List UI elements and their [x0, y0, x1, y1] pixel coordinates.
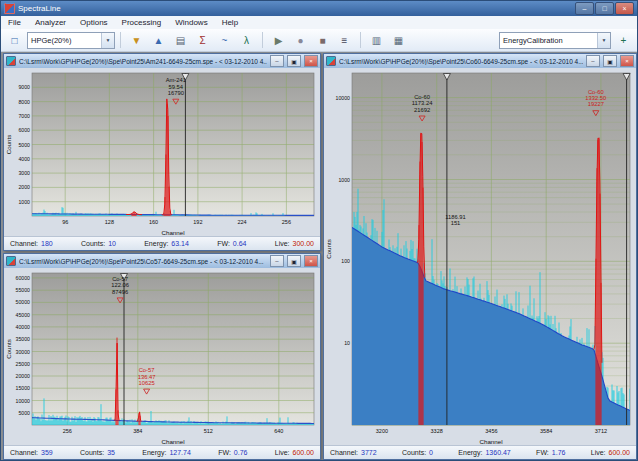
svg-text:96: 96: [62, 219, 68, 225]
detector-combo[interactable]: HPGe(20%) ▼: [27, 32, 115, 49]
status-fw-value: 0.64: [233, 240, 247, 247]
svg-text:1332.50: 1332.50: [585, 95, 606, 101]
svg-text:384: 384: [133, 428, 142, 434]
svg-text:6000: 6000: [18, 127, 30, 133]
child-restore-button[interactable]: ▣: [603, 55, 617, 67]
titlebar[interactable]: SpectraLine – □ ×: [1, 1, 637, 16]
menu-item-help[interactable]: Help: [215, 16, 245, 29]
svg-text:192: 192: [193, 219, 202, 225]
child-restore-button[interactable]: ▣: [287, 255, 301, 267]
plot-area: Co-57122.0687496Co-57136.471062525638451…: [4, 268, 320, 446]
status-fw-value: 0.76: [234, 449, 248, 456]
status-fw-label: FW:: [536, 449, 549, 456]
plot-area: Am-24159.5416790961281601922242561000200…: [4, 68, 320, 237]
svg-text:1000: 1000: [338, 177, 350, 183]
open-spectrum-button[interactable]: ▼: [126, 30, 147, 51]
status-counts-label: Counts:: [402, 449, 426, 456]
calibration-combo[interactable]: EnergyCalibration ▼: [499, 32, 611, 49]
svg-text:20000: 20000: [16, 373, 31, 379]
status-bar: Channel:3772 Counts:0 Energy:1360.47 FW:…: [324, 445, 636, 459]
maximize-button[interactable]: □: [595, 2, 614, 15]
status-fw-label: FW:: [217, 240, 230, 247]
svg-text:10000: 10000: [16, 398, 31, 404]
svg-text:25000: 25000: [16, 361, 31, 367]
spectrum-window-co57[interactable]: C:\Lsrm\Work\GP\HPGe(20%)\Spe\Point25\Co…: [3, 253, 321, 460]
add-calibration-button[interactable]: +: [613, 30, 634, 51]
report-button[interactable]: ▥: [366, 30, 387, 51]
svg-text:1186.91: 1186.91: [445, 214, 466, 220]
child-close-button[interactable]: ×: [620, 55, 634, 67]
child-close-button[interactable]: ×: [304, 55, 318, 67]
start-acquisition-button[interactable]: ▶: [268, 30, 289, 51]
spectrum-file-icon: [6, 56, 16, 66]
status-channel-value: 180: [41, 240, 53, 247]
svg-text:160: 160: [149, 219, 158, 225]
child-titlebar[interactable]: C:\Lsrm\Work\GP\HPGe(20%)\Spe\Point25\Co…: [324, 54, 636, 68]
print-button[interactable]: ▤: [170, 30, 191, 51]
spectrum-chart[interactable]: Co-57122.0687496Co-57136.471062525638451…: [4, 268, 320, 446]
spectrum-window-am241[interactable]: C:\Lsrm\Work\GP\HPGe(20%)\Spe\Point25\Am…: [3, 53, 321, 251]
minimize-button[interactable]: –: [575, 2, 594, 15]
svg-text:2000: 2000: [18, 184, 30, 190]
toolbar-separator: [120, 32, 121, 48]
svg-text:1000: 1000: [18, 199, 30, 205]
spectrum-window-co60[interactable]: C:\Lsrm\Work\GP\HPGe(20%)\Spe\Point25\Co…: [323, 53, 637, 460]
save-spectrum-button[interactable]: ▲: [148, 30, 169, 51]
menu-item-windows[interactable]: Windows: [168, 16, 214, 29]
status-counts-value: 0: [429, 449, 433, 456]
spectrum-chart[interactable]: Am-24159.5416790961281601922242561000200…: [4, 68, 320, 237]
child-minimize-button[interactable]: –: [270, 255, 284, 267]
svg-text:256: 256: [282, 219, 291, 225]
new-spectrum-button[interactable]: □: [4, 30, 25, 51]
status-counts-label: Counts:: [81, 240, 105, 247]
spectrum-chart[interactable]: Co-601173.2421692Co-601332.50192271186.9…: [324, 68, 636, 446]
plot-area: Co-601173.2421692Co-601332.50192271186.9…: [324, 68, 636, 446]
status-live-label: Live:: [275, 240, 290, 247]
svg-text:1173.24: 1173.24: [412, 100, 433, 106]
svg-text:10625: 10625: [139, 380, 155, 386]
svg-text:Counts: Counts: [325, 239, 332, 259]
child-titlebar[interactable]: C:\Lsrm\Work\GP\HPGe(20%)\Spe\Point25\Am…: [4, 54, 320, 68]
menu-item-file[interactable]: File: [1, 16, 28, 29]
child-restore-button[interactable]: ▣: [287, 55, 301, 67]
calibration-icon: λ: [244, 35, 249, 46]
svg-text:5000: 5000: [18, 410, 30, 416]
svg-text:60000: 60000: [16, 275, 31, 281]
child-titlebar[interactable]: C:\Lsrm\Work\GP\HPGe(20%)\Spe\Point25\Co…: [4, 254, 320, 268]
calibration-button[interactable]: λ: [236, 30, 257, 51]
spectrum-file-icon: [6, 256, 16, 266]
record-button[interactable]: ●: [290, 30, 311, 51]
toolbar-group-file: □: [4, 30, 25, 51]
print-icon: ▤: [176, 35, 185, 46]
menu-item-analyzer[interactable]: Analyzer: [28, 16, 73, 29]
status-counts-value: 10: [108, 240, 116, 247]
peak-search-button[interactable]: Σ: [192, 30, 213, 51]
save-spectrum-icon: ▲: [154, 35, 164, 46]
child-minimize-button[interactable]: –: [270, 55, 284, 67]
status-energy-value: 1360.47: [485, 449, 510, 456]
svg-text:19227: 19227: [588, 101, 604, 107]
close-button[interactable]: ×: [615, 2, 634, 15]
svg-text:16790: 16790: [168, 90, 184, 96]
status-bar: Channel:359 Counts:35 Energy:127.74 FW:0…: [4, 445, 320, 459]
menu-item-processing[interactable]: Processing: [115, 16, 169, 29]
svg-text:Channel: Channel: [479, 438, 502, 445]
spectrum-list-button[interactable]: ≡: [334, 30, 355, 51]
svg-text:8000: 8000: [18, 99, 30, 105]
table-button[interactable]: ▦: [388, 30, 409, 51]
svg-text:151: 151: [451, 220, 461, 226]
status-energy-label: Energy:: [142, 449, 166, 456]
spectrum-list-icon: ≡: [342, 35, 348, 46]
svg-text:Co-57: Co-57: [139, 367, 155, 373]
menu-item-options[interactable]: Options: [73, 16, 115, 29]
child-title: C:\Lsrm\Work\GP\HPGe(20%)\Spe\Point25\Am…: [19, 58, 267, 65]
svg-text:10: 10: [344, 340, 350, 346]
svg-text:Counts: Counts: [5, 135, 12, 155]
stop-acquisition-button[interactable]: ■: [312, 30, 333, 51]
status-live-label: Live:: [275, 449, 290, 456]
svg-text:Channel: Channel: [161, 438, 184, 445]
child-close-button[interactable]: ×: [304, 255, 318, 267]
smoothing-button[interactable]: ~: [214, 30, 235, 51]
child-minimize-button[interactable]: –: [586, 55, 600, 67]
status-channel-value: 3772: [361, 449, 377, 456]
